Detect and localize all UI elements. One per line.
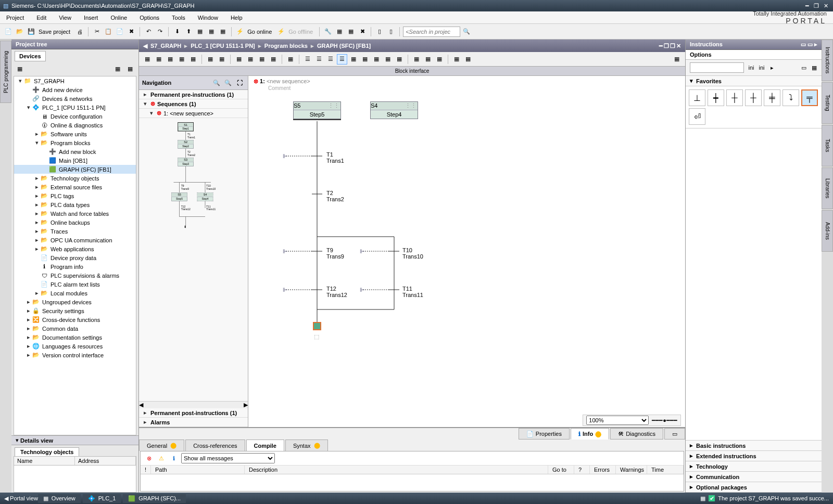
tree-item[interactable]: ▸📂Common data — [14, 324, 136, 333]
et-icon[interactable]: ▦ — [188, 54, 198, 64]
details-view-twist[interactable]: ▾ — [16, 437, 19, 444]
et-icon[interactable]: ☰ — [325, 54, 336, 64]
tree-item[interactable]: 🛡PLC supervisions & alarms — [14, 271, 136, 280]
et-icon[interactable]: ▦ — [217, 54, 227, 64]
tab-general[interactable]: General⬤ — [139, 440, 184, 451]
tb-icon-2[interactable]: ▦ — [206, 27, 217, 37]
tree-item[interactable]: 🛈Online & diagnostics — [14, 121, 136, 130]
et-icon[interactable]: ▦ — [245, 54, 256, 64]
filter-warn-icon[interactable]: ⚠ — [156, 453, 167, 463]
isearch-btn-icon[interactable]: ini — [756, 62, 767, 73]
fav-step-trans-icon[interactable]: ┿ — [708, 89, 724, 106]
sequence-end[interactable] — [313, 322, 321, 330]
delete-icon[interactable]: ✖ — [126, 27, 136, 37]
ed-close-icon[interactable]: ✕ — [676, 43, 681, 49]
tree-tb-icon[interactable]: ▦ — [15, 63, 25, 74]
tb-icon-6[interactable]: ▦ — [346, 27, 356, 37]
tree-view1-icon[interactable]: ▦ — [112, 63, 123, 74]
et-icon[interactable]: ▦ — [348, 54, 359, 64]
window-minimize[interactable]: ━ — [803, 3, 811, 9]
nav-alarms[interactable]: ▸Alarms — [139, 418, 248, 427]
rtab-libraries[interactable]: Libraries — [822, 167, 833, 209]
tb-icon-3[interactable]: ▦ — [218, 27, 228, 37]
instr-pin-icon[interactable]: ▭ ▭ ▸ — [801, 41, 817, 48]
tab-cross-references[interactable]: Cross-references — [185, 440, 245, 451]
compile-icon[interactable]: ⬇ — [172, 27, 182, 37]
menu-online[interactable]: Online — [104, 12, 133, 23]
isearch-btn-icon[interactable]: ▦ — [809, 62, 819, 73]
tree-item[interactable]: ▸📂Local modules — [14, 289, 136, 298]
project-tree[interactable]: ▾📁S7_GRAPH➕Add new device🔗Devices & netw… — [14, 76, 136, 435]
search-go-icon[interactable]: 🔍 — [461, 27, 472, 37]
et-icon[interactable]: ▦ — [360, 54, 370, 64]
status-overview[interactable]: ▦Overview — [38, 494, 81, 503]
sequence-comment[interactable]: Comment — [268, 85, 291, 91]
menu-edit[interactable]: Edit — [30, 12, 53, 23]
et-icon[interactable]: ▦ — [371, 54, 382, 64]
crumb-0[interactable]: S7_GRAPH — [150, 43, 181, 49]
portal-view-back[interactable]: ◀ — [4, 495, 8, 502]
menu-window[interactable]: Window — [192, 12, 224, 23]
et-icon[interactable]: ☰ — [337, 54, 347, 64]
interlock-icon[interactable]: ⊩ — [360, 287, 367, 294]
et-icon[interactable]: ▦ — [234, 54, 244, 64]
cat-extended[interactable]: ▸Extended instructions — [686, 451, 822, 461]
ed-minimize-icon[interactable]: ━ — [659, 43, 663, 49]
new-project-icon[interactable]: 📄 — [3, 27, 14, 37]
tree-item[interactable]: ▸📂Version control interface — [14, 351, 136, 359]
menu-project[interactable]: Project — [0, 12, 30, 23]
cat-communication[interactable]: ▸Communication — [686, 472, 822, 482]
crumb-2[interactable]: Program blocks — [264, 43, 308, 49]
interlock-icon[interactable]: ⊩ — [360, 248, 367, 255]
go-offline-icon[interactable]: ⚡ — [276, 27, 286, 37]
fav-jump-icon[interactable]: ⤵ — [782, 89, 799, 106]
zoom-slider[interactable]: ━━━●━━━ — [652, 417, 677, 424]
block-interface-header[interactable]: Block interface — [139, 67, 685, 76]
tree-item[interactable]: 📄PLC alarm text lists — [14, 280, 136, 289]
tree-item[interactable]: 🟦Main [OB1] — [14, 156, 136, 165]
interlock-icon[interactable]: ⊩ — [283, 287, 290, 294]
et-icon[interactable]: ▦ — [257, 54, 267, 64]
tree-item[interactable]: ▸📂Online backups — [14, 218, 136, 227]
save-icon[interactable]: 💾 — [26, 27, 36, 37]
et-icon[interactable]: ▦ — [463, 54, 473, 64]
nav-scroll-left[interactable]: ◀ — [139, 402, 143, 408]
crumb-3[interactable]: GRAPH (SFC) [FB1] — [317, 43, 371, 49]
et-icon[interactable]: ▦ — [423, 54, 433, 64]
tb-icon-4[interactable]: 🔧 — [323, 27, 333, 37]
paste-icon[interactable]: 📄 — [115, 27, 125, 37]
interlock-icon[interactable]: ⊩ — [283, 248, 290, 255]
fav-step-icon[interactable]: ⊥ — [689, 89, 705, 106]
tree-item[interactable]: 🖥Device configuration — [14, 112, 136, 121]
fav-branch-icon[interactable]: ┼ — [745, 89, 762, 106]
et-icon[interactable]: ▦ — [142, 54, 153, 64]
rtab-testing[interactable]: Testing — [822, 82, 833, 124]
et-icon[interactable]: ▦ — [165, 54, 175, 64]
out-collapse[interactable]: ▭ — [664, 428, 685, 440]
split-h-icon[interactable]: ▯ — [374, 27, 385, 37]
window-restore[interactable]: ❐ — [812, 3, 821, 9]
nav-expand-icon[interactable]: ⛶ — [234, 77, 245, 88]
filter-info-icon[interactable]: ℹ — [169, 453, 179, 463]
print-icon[interactable]: 🖨 — [74, 27, 85, 37]
tree-item[interactable]: ▸📂PLC data types — [14, 200, 136, 209]
ed-restore-icon[interactable]: ❐ — [664, 43, 669, 49]
menu-insert[interactable]: Insert — [78, 12, 105, 23]
rtab-instructions[interactable]: Instructions — [822, 40, 833, 81]
isearch-btn-icon[interactable]: ▸ — [767, 62, 777, 73]
open-project-icon[interactable]: 📂 — [15, 27, 25, 37]
tree-item[interactable]: ▸📂Watch and force tables — [14, 209, 136, 218]
tree-item[interactable]: 📄Device proxy data — [14, 253, 136, 262]
zoom-select[interactable]: 100% — [586, 416, 649, 425]
et-icon[interactable]: ▦ — [411, 54, 422, 64]
isearch-btn-icon[interactable]: ▭ — [799, 62, 809, 73]
tree-item[interactable]: ▸🔒Security settings — [14, 306, 136, 315]
technology-objects-tab[interactable]: Technology objects — [15, 447, 79, 456]
et-icon[interactable]: ▦ — [383, 54, 393, 64]
et-icon[interactable]: ▦ — [154, 54, 164, 64]
tree-item[interactable]: ▾📁S7_GRAPH — [14, 76, 136, 85]
fav-sim-branch-icon[interactable]: ╪ — [764, 89, 780, 106]
et-icon[interactable]: ▦ — [451, 54, 462, 64]
tree-item[interactable]: ▸🌐Languages & resources — [14, 342, 136, 351]
nav-sequences[interactable]: ▾⊗Sequences (1) — [139, 99, 248, 109]
